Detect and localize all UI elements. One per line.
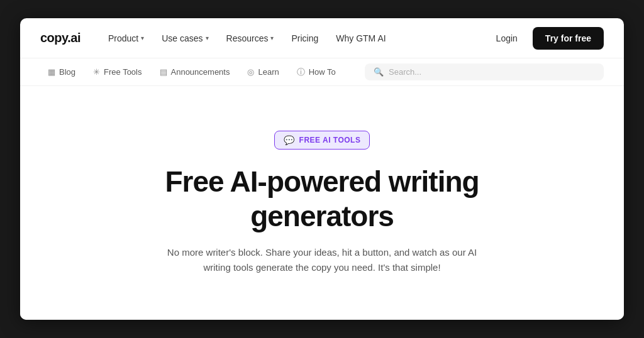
howto-icon: ⓘ — [297, 67, 305, 78]
usecases-chevron-icon: ▾ — [206, 35, 209, 41]
nav-usecases[interactable]: Use cases ▾ — [154, 30, 216, 47]
freetools-icon: ✳ — [93, 67, 100, 77]
sub-nav-links: ▦ Blog ✳ Free Tools ▤ Announcements ◎ Le… — [40, 63, 365, 81]
badge-text: FREE AI TOOLS — [299, 136, 361, 144]
subnav-announcements[interactable]: ▤ Announcements — [152, 64, 238, 80]
product-chevron-icon: ▾ — [141, 35, 144, 41]
nav-resources[interactable]: Resources ▾ — [219, 30, 282, 47]
resources-chevron-icon: ▾ — [270, 35, 274, 41]
learn-icon: ◎ — [247, 67, 254, 77]
navbar: copy.ai Product ▾ Use cases ▾ Resources … — [20, 18, 624, 58]
sub-navbar: ▦ Blog ✳ Free Tools ▤ Announcements ◎ Le… — [20, 58, 624, 86]
nav-product[interactable]: Product ▾ — [101, 30, 152, 47]
nav-pricing[interactable]: Pricing — [284, 30, 326, 47]
hero-subtitle: No more writer's block. Share your ideas… — [158, 245, 486, 275]
blog-icon: ▦ — [48, 67, 55, 77]
subnav-learn[interactable]: ◎ Learn — [240, 64, 286, 80]
subnav-howto[interactable]: ⓘ How To — [289, 63, 343, 81]
search-icon: 🔍 — [374, 67, 384, 77]
search-bar[interactable]: 🔍 Search... — [365, 63, 604, 80]
announcements-icon: ▤ — [160, 67, 167, 77]
try-for-free-button[interactable]: Try for free — [533, 27, 604, 50]
subnav-freetools[interactable]: ✳ Free Tools — [86, 64, 149, 80]
badge-icon: 💬 — [284, 135, 294, 145]
main-content: 💬 FREE AI TOOLS Free AI-powered writing … — [20, 86, 624, 320]
badge: 💬 FREE AI TOOLS — [274, 131, 370, 150]
browser-window: copy.ai Product ▾ Use cases ▾ Resources … — [20, 18, 624, 320]
subnav-blog[interactable]: ▦ Blog — [40, 64, 83, 80]
search-placeholder: Search... — [389, 67, 421, 77]
login-button[interactable]: Login — [489, 30, 525, 47]
hero-title: Free AI-powered writing generators — [165, 165, 479, 234]
nav-actions: Login Try for free — [489, 27, 604, 50]
nav-whygtmai[interactable]: Why GTM AI — [328, 30, 393, 47]
nav-links: Product ▾ Use cases ▾ Resources ▾ Pricin… — [101, 30, 484, 47]
logo[interactable]: copy.ai — [40, 31, 80, 45]
